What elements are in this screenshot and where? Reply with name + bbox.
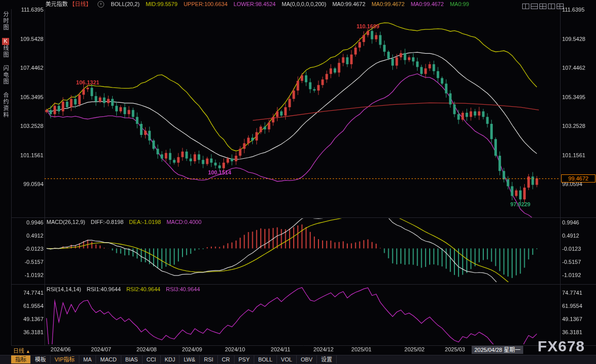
macd-diff-value: DIFF:-0.8198 — [90, 219, 123, 225]
chart-header: 美元指数 【日线】 + BOLL(20,2) MID:99.5579 UPPER… — [0, 0, 596, 9]
active-tab-badge: K — [2, 38, 9, 45]
period-dropdown[interactable]: 日线 ▲ — [13, 346, 30, 354]
layout-hsplit-icon[interactable] — [531, 4, 538, 9]
rsi2-value: RSI2:40.9644 — [126, 286, 160, 292]
macd-hist-value: MACD:0.4000 — [166, 219, 201, 225]
rsi-title: RSI(14,14,14) — [47, 286, 81, 292]
period-dropdown-label: 日线 — [13, 348, 24, 354]
toolbar-item-PSY[interactable]: PSY — [235, 355, 254, 363]
layout-single-icon[interactable] — [522, 4, 529, 9]
boll-mid-value: MID:99.5579 — [146, 1, 177, 7]
sidebar-tab[interactable]: 分时图 — [2, 11, 10, 31]
macd-dea-value: DEA:-1.0198 — [129, 219, 161, 225]
ma-params: MA(0,0,0,0,0,200) — [282, 1, 326, 7]
fx678-watermark: FX678 — [538, 338, 585, 355]
layout-quad-icon[interactable] — [557, 4, 564, 9]
symbol-name: 美元指数 — [45, 1, 68, 7]
rsi-header: RSI(14,14,14) RSI1:40.9644 RSI2:40.9644 … — [47, 286, 204, 292]
toolbar-item-CR[interactable]: CR — [218, 355, 235, 363]
layout-triple-icon[interactable] — [548, 4, 555, 9]
left-sidebar: 分时图K线图闪电图合约资料 — [0, 9, 11, 355]
plus-circle-icon[interactable]: + — [98, 1, 104, 8]
sidebar-tab[interactable]: K线图 — [2, 38, 10, 58]
bottom-toolbar: 指标模板VIP指标MAMACDBIASCCIKDJLW&RSICRPSYBOLL… — [0, 355, 596, 364]
toolbar-item-BOLL[interactable]: BOLL — [254, 355, 277, 363]
toolbar-item-设置[interactable]: 设置 — [317, 355, 337, 363]
toolbar-item-模板[interactable]: 模板 — [31, 355, 51, 363]
ma-value-2: MA0:99.4672 — [372, 1, 404, 7]
macd-header: MACD(26,12,9) DIFF:-0.8198 DEA:-1.0198 M… — [47, 219, 206, 225]
period-tag: 【日线】 — [69, 1, 91, 7]
toolbar-item-KDJ[interactable]: KDJ — [161, 355, 180, 363]
sidebar-tab[interactable]: 闪电图 — [2, 65, 10, 85]
toolbar-item-MACD[interactable]: MACD — [96, 355, 121, 363]
chevron-up-icon: ▲ — [26, 349, 30, 354]
sidebar-tab[interactable]: 合约资料 — [2, 92, 10, 118]
boll-lower-value: LOWER:98.4524 — [234, 1, 276, 7]
toolbar-item-CCI[interactable]: CCI — [143, 355, 161, 363]
toolbar-item-LW&[interactable]: LW& — [179, 355, 200, 363]
boll-upper-value: UPPER:100.6634 — [184, 1, 227, 7]
toolbar-item-BIAS[interactable]: BIAS — [121, 355, 143, 363]
ma-value-3: MA0:99.4672 — [410, 1, 443, 7]
current-price-tag: 99.4672 — [561, 174, 595, 183]
layout-vsplit-icon[interactable] — [539, 4, 546, 9]
toolbar-item-MA[interactable]: MA — [79, 355, 97, 363]
trading-app-window: 美元指数 【日线】 + BOLL(20,2) MID:99.5579 UPPER… — [0, 0, 596, 364]
crosshair-date-box: 2025/04/28 星期一 — [472, 346, 523, 354]
ma-value-4: MA0:99 — [450, 1, 469, 7]
boll-params: BOLL(20,2) — [111, 1, 140, 7]
rsi1-value: RSI1:40.9644 — [87, 286, 121, 292]
rsi3-value: RSI3:40.9644 — [166, 286, 200, 292]
toolbar-item-指标[interactable]: 指标 — [11, 355, 31, 363]
macd-title: MACD(26,12,9) — [47, 219, 85, 225]
toolbar-item-RSI[interactable]: RSI — [200, 355, 217, 363]
window-layout-icons — [521, 2, 564, 10]
ma-value-1: MA0:99.4672 — [332, 1, 365, 7]
chart-canvas[interactable] — [0, 0, 596, 364]
toolbar-item-VOL[interactable]: VOL — [277, 355, 297, 363]
toolbar-item-VIP指标[interactable]: VIP指标 — [51, 355, 79, 363]
toolbar-item-OBV[interactable]: OBV — [297, 355, 317, 363]
